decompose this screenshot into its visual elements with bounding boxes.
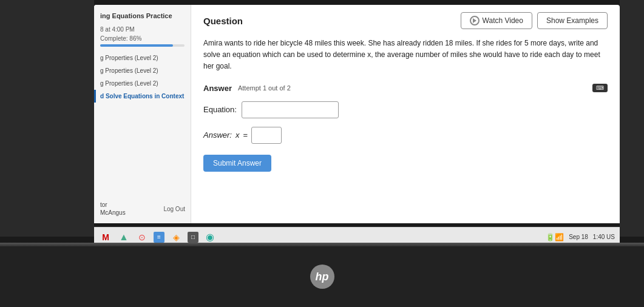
- taskbar-icon-chrome[interactable]: ⊙: [135, 231, 149, 244]
- sidebar: ing Equations Practice 8 at 4:00 PM Comp…: [94, 5, 191, 223]
- watch-video-button[interactable]: Watch Video: [461, 12, 532, 29]
- sidebar-title: ing Equations Practice: [94, 10, 191, 25]
- right-bezel: [620, 0, 644, 237]
- question-text: Amira wants to ride her bicycle 48 miles…: [203, 38, 608, 73]
- play-triangle-icon: [473, 18, 476, 23]
- system-icons: 🔋📶: [546, 233, 564, 241]
- submit-answer-button[interactable]: Submit Answer: [203, 155, 271, 172]
- x-input[interactable]: [251, 127, 282, 144]
- main-content: Question Watch Video Show Examples Amira…: [191, 5, 620, 223]
- laptop-bottom: hp: [0, 246, 644, 307]
- equation-row: Equation:: [203, 101, 608, 118]
- attempt-text: Attempt 1 out of 2: [238, 84, 291, 92]
- answer-label: Answer: [203, 84, 232, 93]
- sidebar-bottom: tor McAngus Log Out: [94, 199, 191, 218]
- x-label: x: [236, 130, 240, 140]
- show-examples-button[interactable]: Show Examples: [537, 12, 608, 29]
- left-bezel: [0, 0, 94, 237]
- equation-label: Equation:: [203, 105, 237, 114]
- taskbar-icon-drive[interactable]: ◈: [169, 231, 183, 244]
- watch-video-label: Watch Video: [483, 16, 523, 25]
- taskbar-icon-docs[interactable]: ≡: [154, 232, 164, 243]
- header-buttons: Watch Video Show Examples: [461, 12, 608, 29]
- equation-input[interactable]: [242, 101, 339, 118]
- answer-x-row: Answer: x =: [203, 127, 608, 144]
- taskbar-icon-maps[interactable]: ▲: [117, 231, 130, 244]
- logout-button[interactable]: Log Out: [163, 206, 185, 212]
- header-row: Question Watch Video Show Examples: [203, 12, 608, 29]
- answer-x-prefix: Answer:: [203, 130, 232, 140]
- answer-label-row: Answer Attempt 1 out of 2 ⌨: [203, 84, 608, 93]
- sidebar-item-4[interactable]: d Solve Equations in Context: [94, 90, 191, 103]
- sidebar-dropdown[interactable]: tor: [100, 201, 126, 208]
- play-circle-icon: [470, 16, 480, 25]
- taskbar-right: 🔋📶 Sep 18 1:40 US: [546, 233, 615, 241]
- taskbar-icon-earth[interactable]: ◉: [203, 231, 217, 244]
- taskbar-date: Sep 18: [569, 234, 588, 240]
- hp-logo: hp: [310, 265, 334, 289]
- sidebar-item-3[interactable]: g Properties (Level 2): [94, 77, 191, 90]
- sidebar-progress-label: Complete: 86%: [94, 34, 191, 43]
- question-title: Question: [203, 16, 243, 26]
- sidebar-username: McAngus: [100, 209, 126, 216]
- taskbar-time: 1:40 US: [593, 234, 615, 240]
- sidebar-item-1[interactable]: g Properties (Level 2): [94, 52, 191, 64]
- sidebar-meta-time: 8 at 4:00 PM: [94, 25, 191, 34]
- progress-bar-fill: [100, 44, 173, 47]
- equals-sign: =: [243, 130, 248, 140]
- taskbar-icon-mail[interactable]: M: [99, 231, 112, 244]
- taskbar-icon-box[interactable]: □: [188, 232, 198, 243]
- sidebar-item-2[interactable]: g Properties (Level 2): [94, 64, 191, 77]
- progress-bar: [100, 44, 185, 47]
- browser-window: ing Equations Practice 8 at 4:00 PM Comp…: [94, 5, 620, 223]
- keyboard-icon[interactable]: ⌨: [592, 84, 608, 92]
